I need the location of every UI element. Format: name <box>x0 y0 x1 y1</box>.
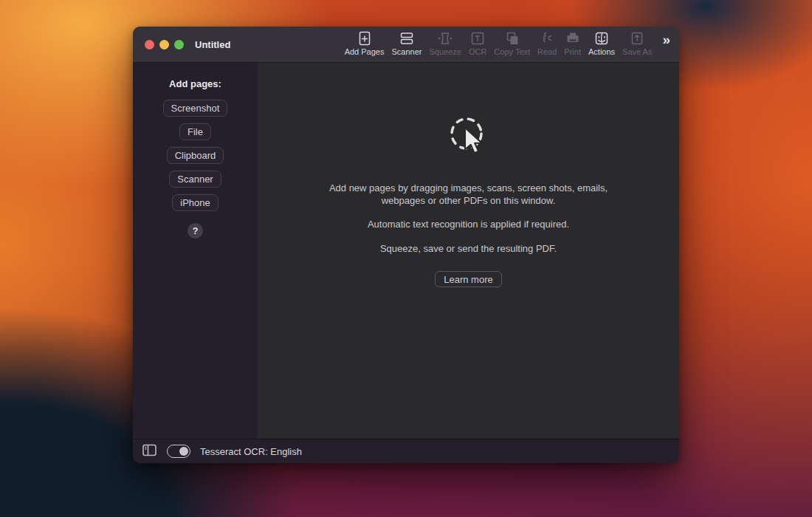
ocr-toggle-switch[interactable] <box>167 445 190 458</box>
statusbar: Tesseract OCR: English <box>133 439 679 463</box>
sidebar-toggle-icon[interactable] <box>142 443 157 460</box>
add-from-clipboard-button[interactable]: Clipboard <box>167 147 224 164</box>
toolbar-label: Scanner <box>391 47 422 56</box>
minimize-button[interactable] <box>159 40 169 49</box>
toolbar-overflow-button[interactable]: » <box>662 32 670 54</box>
toolbar-button-squeeze[interactable]: Squeeze <box>429 30 461 56</box>
toolbar-button-ocr[interactable]: OCR <box>469 30 486 56</box>
print-icon <box>565 30 581 47</box>
toolbar-label: Save As <box>622 47 652 56</box>
titlebar: Untitled Add Pages Scanner Squeeze <box>133 27 679 63</box>
add-from-iphone-button[interactable]: iPhone <box>172 194 218 211</box>
toolbar: Add Pages Scanner Squeeze OCR <box>345 30 670 59</box>
help-button[interactable]: ? <box>187 223 203 239</box>
toolbar-label: Copy Text <box>494 47 530 56</box>
toolbar-label: Print <box>564 47 581 56</box>
toolbar-label: Add Pages <box>345 47 385 56</box>
zoom-button[interactable] <box>174 40 184 49</box>
toolbar-button-print[interactable]: Print <box>564 30 581 56</box>
learn-more-button[interactable]: Learn more <box>435 271 501 287</box>
drop-target-cursor-icon <box>449 116 489 162</box>
add-from-screenshot-button[interactable]: Screenshot <box>163 100 228 117</box>
close-button[interactable] <box>145 40 154 49</box>
toolbar-label: OCR <box>469 47 486 56</box>
toolbar-button-add-pages[interactable]: Add Pages <box>345 30 385 56</box>
toolbar-button-actions[interactable]: Actions <box>588 30 615 56</box>
desktop-wallpaper: { "window": { "title": "Untitled", "tool… <box>0 0 812 517</box>
window-title: Untitled <box>195 39 230 50</box>
scanner-icon <box>399 30 415 47</box>
read-aloud-icon <box>539 30 555 47</box>
ocr-icon <box>469 30 486 47</box>
add-from-scanner-button[interactable]: Scanner <box>169 171 221 188</box>
squeeze-icon <box>437 30 453 47</box>
toolbar-label: Actions <box>588 47 615 56</box>
toolbar-button-copy-text[interactable]: Copy Text <box>494 30 530 56</box>
toolbar-button-save-as[interactable]: Save As <box>622 30 652 56</box>
save-as-icon <box>629 30 645 47</box>
add-pages-icon <box>357 30 373 47</box>
drop-hint-text: Add new pages by dragging images, scans,… <box>306 182 631 207</box>
sidebar: Add pages: Screenshot File Clipboard Sca… <box>133 63 258 439</box>
toolbar-label: Read <box>537 47 557 56</box>
actions-finder-icon <box>593 30 610 47</box>
ocr-status-text: Tesseract OCR: English <box>200 446 302 457</box>
toggle-knob <box>179 447 188 456</box>
app-window: Untitled Add Pages Scanner Squeeze <box>133 27 679 463</box>
squeeze-hint-text: Squeeze, save or send the resulting PDF. <box>306 243 631 256</box>
sidebar-heading: Add pages: <box>169 78 221 89</box>
copy-text-icon <box>504 30 520 47</box>
toolbar-button-read[interactable]: Read <box>537 30 557 56</box>
window-body: Add pages: Screenshot File Clipboard Sca… <box>133 63 679 439</box>
toolbar-button-scanner[interactable]: Scanner <box>391 30 422 56</box>
drop-zone[interactable]: Add new pages by dragging images, scans,… <box>258 63 679 439</box>
traffic-lights <box>145 40 184 49</box>
toolbar-label: Squeeze <box>429 47 461 56</box>
ocr-hint-text: Automatic text recognition is applied if… <box>306 219 631 231</box>
add-from-file-button[interactable]: File <box>179 123 211 140</box>
